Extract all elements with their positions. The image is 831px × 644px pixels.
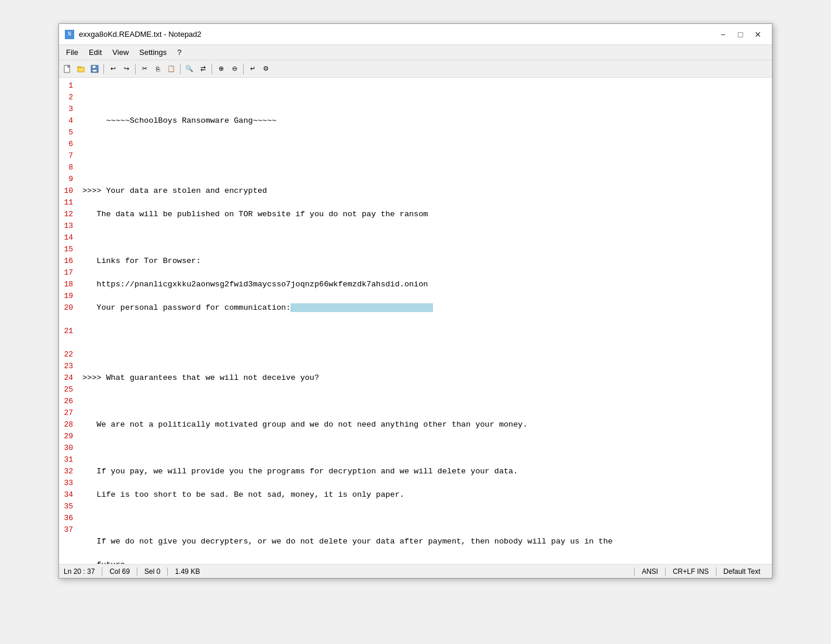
toolbar-sep-4 [212,64,212,74]
window-title: exxga8oKd.README.txt - Notepad2 [79,30,202,39]
menu-file[interactable]: File [61,47,83,58]
undo-button[interactable]: ↩ [106,63,119,75]
line-3 [82,139,767,150]
app-icon: N [65,30,74,39]
toolbar: ↩ ↪ ✂ ⎘ 📋 🔍 ⇄ ⊕ ⊖ ↵ ⚙ [59,60,772,78]
new-button[interactable] [61,63,74,75]
line-11 [82,326,767,337]
line-14 [82,396,767,407]
copy-button[interactable]: ⎘ [151,63,164,75]
status-sel: Sel 0 [137,567,168,576]
settings-button[interactable]: ⚙ [259,63,272,75]
status-size: 1.49 KB [168,567,635,576]
status-style: Default Text [716,567,767,576]
line-17: If you pay, we will provide you the prog… [82,466,767,477]
status-col: Col 69 [102,567,137,576]
svg-rect-4 [92,65,96,68]
find-button[interactable]: 🔍 [183,63,196,75]
wrap-button[interactable]: ↵ [246,63,259,75]
close-button[interactable]: ✕ [750,28,766,41]
line-2: ~~~~~SchoolBoys Ransomware Gang~~~~~ [82,115,767,127]
line-8: Links for Tor Browser: [82,255,767,267]
status-position: Ln 20 : 37 [64,567,102,576]
minimize-button[interactable]: − [715,28,731,41]
line-5: >>>> Your data are stolen and encrypted [82,185,767,197]
save-button[interactable] [88,63,101,75]
line-numbers: 1 2 3 4 5 6 7 8 9 10 11 12 13 14 15 16 1… [59,78,78,564]
toolbar-sep-1 [103,64,104,74]
editor-area[interactable]: 1 2 3 4 5 6 7 8 9 10 11 12 13 14 15 16 1… [59,78,772,564]
replace-button[interactable]: ⇄ [196,63,209,75]
paste-button[interactable]: 📋 [165,63,178,75]
menu-settings[interactable]: Settings [134,47,171,58]
menu-help[interactable]: ? [172,47,186,58]
line-1 [82,92,767,103]
title-bar: N exxga8oKd.README.txt - Notepad2 − □ ✕ [59,24,772,45]
menu-view[interactable]: View [108,47,133,58]
line-20-cont: future. [82,559,767,564]
line-9: https://pnanlicgxkku2aonwsg2fwid3maycsso… [82,279,767,290]
status-bar: Ln 20 : 37 Col 69 Sel 0 1.49 KB ANSI CR+… [59,564,772,578]
line-18: Life is too short to be sad. Be not sad,… [82,489,767,501]
line-6: The data will be published on TOR websit… [82,209,767,220]
toolbar-sep-5 [243,64,244,74]
status-line-endings: CR+LF INS [666,567,716,576]
window-controls: − □ ✕ [715,28,766,41]
zoom-in-button[interactable]: ⊕ [214,63,227,75]
zoom-out-button[interactable]: ⊖ [228,63,241,75]
line-13: >>>> What guarantees that we will not de… [82,372,767,384]
open-button[interactable] [75,63,88,75]
menu-bar: File Edit View Settings ? [59,45,772,60]
line-20: If we do not give you decrypters, or we … [82,536,767,548]
maximize-button[interactable]: □ [732,28,749,41]
redo-button[interactable]: ↪ [120,63,133,75]
line-12 [82,349,767,361]
menu-edit[interactable]: Edit [84,47,106,58]
text-content[interactable]: ~~~~~SchoolBoys Ransomware Gang~~~~~ >>>… [78,78,772,564]
line-16 [82,442,767,454]
line-19 [82,513,767,524]
line-15: We are not a politically motivated group… [82,419,767,431]
cut-button[interactable]: ✂ [138,63,151,75]
main-window: N exxga8oKd.README.txt - Notepad2 − □ ✕ … [58,23,773,579]
line-10: Your personal password for communication… [82,302,767,314]
status-encoding: ANSI [635,567,666,576]
toolbar-sep-3 [180,64,181,74]
toolbar-sep-2 [135,64,136,74]
svg-rect-5 [92,70,97,72]
svg-rect-2 [78,67,81,68]
line-4 [82,162,767,174]
line-7 [82,232,767,244]
